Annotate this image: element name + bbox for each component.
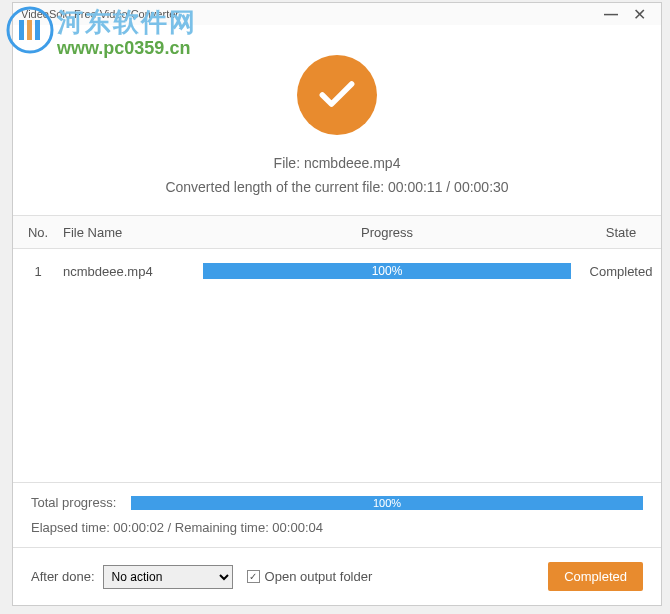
row-state: Completed — [581, 264, 661, 279]
total-progress-row: Total progress: 100% — [31, 495, 643, 510]
app-window: VideoSolo Free Video Converter — ✕ File:… — [12, 2, 662, 606]
header-state: State — [581, 225, 661, 240]
close-button[interactable]: ✕ — [625, 3, 653, 25]
row-no: 1 — [13, 264, 63, 279]
success-check-icon — [297, 55, 377, 135]
row-progress-bar: 100% — [203, 263, 571, 279]
footer-progress-section: Total progress: 100% Elapsed time: 00:00… — [13, 482, 661, 547]
table-body: 1 ncmbdeee.mp4 100% Completed — [13, 249, 661, 482]
window-title: VideoSolo Free Video Converter — [21, 8, 597, 20]
table-row[interactable]: 1 ncmbdeee.mp4 100% Completed — [13, 249, 661, 293]
open-folder-label: Open output folder — [265, 569, 373, 584]
checkbox-icon[interactable]: ✓ — [247, 570, 260, 583]
open-folder-checkbox-wrap[interactable]: ✓ Open output folder — [247, 569, 549, 584]
converted-length-label: Converted length of the current file: 00… — [33, 179, 641, 195]
minimize-button[interactable]: — — [597, 3, 625, 25]
footer-bar: After done: No action ✓ Open output fold… — [13, 547, 661, 605]
current-file-label: File: ncmbdeee.mp4 — [33, 155, 641, 171]
row-progress-wrap: 100% — [193, 263, 581, 279]
row-filename: ncmbdeee.mp4 — [63, 264, 193, 279]
total-progress-text: 100% — [373, 497, 401, 509]
file-table: No. File Name Progress State 1 ncmbdeee.… — [13, 215, 661, 482]
header-filename: File Name — [63, 225, 193, 240]
table-header: No. File Name Progress State — [13, 215, 661, 249]
header-no: No. — [13, 225, 63, 240]
header-progress: Progress — [193, 225, 581, 240]
after-done-select[interactable]: No action — [103, 565, 233, 589]
titlebar: VideoSolo Free Video Converter — ✕ — [13, 3, 661, 25]
total-progress-label: Total progress: — [31, 495, 131, 510]
after-done-label: After done: — [31, 569, 95, 584]
row-progress-text: 100% — [372, 264, 403, 278]
elapsed-remaining-label: Elapsed time: 00:00:02 / Remaining time:… — [31, 520, 643, 535]
header-section: File: ncmbdeee.mp4 Converted length of t… — [13, 25, 661, 215]
total-progress-bar: 100% — [131, 496, 643, 510]
completed-button[interactable]: Completed — [548, 562, 643, 591]
